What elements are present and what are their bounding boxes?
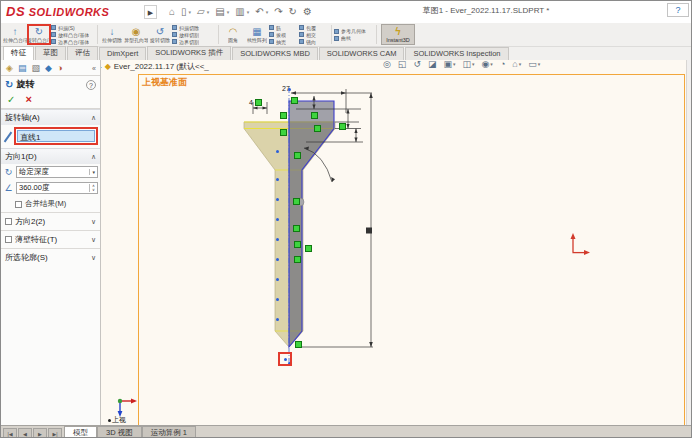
undo-dropdown-arrow[interactable]: ▾	[266, 9, 269, 15]
displaymanager-tab[interactable]: ◑	[57, 63, 62, 73]
mirror-icon	[299, 39, 304, 44]
new-document-icon[interactable]: ▯	[181, 4, 187, 20]
configurationmanager-tab[interactable]: ▧	[31, 63, 40, 73]
direction2-checkbox[interactable]	[5, 218, 12, 225]
home-icon[interactable]: ⌂	[169, 4, 175, 20]
undo-icon[interactable]: ↶	[255, 4, 263, 20]
redo-icon[interactable]: ↷	[274, 4, 282, 20]
intersect-button[interactable]: 相交	[299, 31, 329, 38]
cut-group: ↓拉伸切除 ◉异型孔向导 ↺旋转切除 扫描切除 放样切割 边界切割	[100, 24, 216, 45]
cancel-button[interactable]: ×	[25, 94, 31, 105]
lofted-cut-button[interactable]: 放样切割	[172, 31, 216, 38]
dimxpertmanager-tab[interactable]: ◆	[45, 63, 52, 73]
prev-tab-button[interactable]: ◀	[18, 428, 32, 438]
mirror-button[interactable]: 镜向	[299, 38, 329, 45]
thin-feature-checkbox[interactable]	[5, 236, 12, 243]
spinner-arrows-icon[interactable]: ∧∨	[89, 184, 95, 192]
curves-button[interactable]: 曲线	[334, 35, 374, 42]
propertymanager-tab[interactable]: ▤	[18, 63, 27, 73]
axis-selection-field[interactable]: 直线1	[17, 130, 95, 142]
merge-result-row[interactable]: 合并结果(M)	[1, 196, 100, 212]
boundary-cut-icon	[172, 39, 177, 44]
extruded-cut-button[interactable]: ↓拉伸切除	[100, 24, 124, 45]
tab-evaluate[interactable]: 评估	[67, 46, 98, 60]
axis-endpoint-highlight	[278, 352, 292, 366]
command-manager-ribbon: ↑拉伸凸台/基体 ↻旋转凸台/基体 扫描(S) 放样凸台/基体 边界凸台/基体 …	[1, 23, 692, 47]
lofted-boss-button[interactable]: 放样凸台/基体	[51, 31, 95, 38]
tab-features[interactable]: 特征	[3, 46, 34, 60]
instant3d-button[interactable]: ϟInstant3D	[381, 24, 415, 45]
open-icon[interactable]: ▱	[197, 4, 205, 20]
open-dropdown-arrow[interactable]: ▾	[207, 9, 210, 15]
features-group: ◠圆角 ▦线性阵列 筋 拔模 抽壳 包覆 相交 镜向	[221, 24, 329, 45]
revolve-preview-model[interactable]: 27 4	[101, 60, 692, 425]
motion-study-tab[interactable]: 运动算例 1	[142, 426, 196, 438]
pm-help-icon[interactable]: ?	[86, 80, 96, 90]
axis-section-header[interactable]: 旋转轴(A) ∧	[1, 109, 100, 125]
boundary-cut-button[interactable]: 边界切割	[172, 38, 216, 45]
fillet-button[interactable]: ◠圆角	[221, 24, 245, 45]
last-tab-button[interactable]: ▶|	[48, 428, 62, 438]
boundary-boss-button[interactable]: 边界凸台/基体	[51, 38, 95, 45]
direction1-section-header[interactable]: 方向1(D) ∧	[1, 148, 100, 164]
draft-icon	[269, 32, 274, 37]
rib-button[interactable]: 筋	[269, 24, 299, 31]
reference-geometry-button[interactable]: 参考几何体	[334, 28, 374, 35]
first-tab-button[interactable]: |◀	[3, 428, 17, 438]
end-condition-row: ↻ 给定深度 ▾	[1, 164, 100, 180]
swept-boss-icon	[51, 25, 56, 30]
hole-wizard-button[interactable]: ◉异型孔向导	[124, 24, 148, 45]
ok-cancel-row: ✓ ×	[1, 93, 100, 109]
collapse-panel-arrow[interactable]: «	[92, 65, 96, 72]
revolved-boss-button[interactable]: ↻旋转凸台/基体	[27, 24, 51, 45]
ok-button[interactable]: ✓	[7, 94, 15, 105]
manager-tab-strip: ◈ ▤ ▧ ◆ ◑ «	[1, 60, 100, 76]
triad-dot	[108, 419, 111, 422]
selected-contours-section-header[interactable]: 所选轮廓(S) ∨	[1, 248, 100, 266]
model-tab[interactable]: 模型	[64, 426, 97, 438]
linear-pattern-button[interactable]: ▦线性阵列	[245, 24, 269, 45]
reverse-direction-icon[interactable]: ↻	[3, 167, 14, 177]
featuremanager-tab[interactable]: ◈	[6, 63, 13, 73]
options-icon[interactable]: ⚙	[303, 4, 312, 20]
new-dropdown-arrow[interactable]: ▾	[189, 9, 192, 15]
reference-geometry-icon	[334, 29, 339, 34]
direction2-section-header[interactable]: 方向2(2) ∨	[1, 212, 100, 230]
swept-boss-button[interactable]: 扫描(S)	[51, 24, 95, 31]
tab-sw-mbd[interactable]: SOLIDWORKS MBD	[232, 47, 318, 60]
reference-group: 参考几何体 曲线	[334, 24, 374, 45]
print-icon[interactable]: ▥	[235, 4, 244, 20]
tab-dimxpert[interactable]: DimXpert	[99, 47, 146, 60]
menu-expand-button[interactable]: ▶	[144, 5, 157, 19]
swept-cut-button[interactable]: 扫描切除	[172, 24, 216, 31]
collapse-chevron-icon: ∧	[91, 153, 96, 161]
wrap-button[interactable]: 包覆	[299, 24, 329, 31]
print-dropdown-arrow[interactable]: ▾	[247, 9, 250, 15]
axis-line-icon	[3, 131, 12, 142]
revolved-cut-button[interactable]: ↺旋转切除	[148, 24, 172, 45]
curves-icon	[334, 36, 339, 41]
merge-result-checkbox[interactable]	[15, 201, 22, 208]
save-dropdown-arrow[interactable]: ▾	[227, 9, 230, 15]
angle-spinner[interactable]: 360.00度 ∧∨	[16, 182, 98, 194]
shell-button[interactable]: 抽壳	[269, 38, 299, 45]
quick-access-toolbar: ⌂ ▯▾ ▱▾ ▤▾ ▥▾ ↶▾ ↷ ↻ ⚙	[169, 4, 312, 20]
draft-button[interactable]: 拔模	[269, 31, 299, 38]
extruded-boss-button[interactable]: ↑拉伸凸台/基体	[3, 24, 27, 45]
help-button[interactable]: ?	[667, 3, 689, 17]
3d-views-tab[interactable]: 3D 视图	[97, 426, 142, 438]
thin-feature-section-header[interactable]: 薄壁特征(T) ∨	[1, 230, 100, 248]
angle-row: ∠ 360.00度 ∧∨	[1, 180, 100, 196]
tab-sketch[interactable]: 草图	[35, 46, 66, 60]
save-icon[interactable]: ▤	[215, 4, 224, 20]
tab-sw-addins[interactable]: SOLIDWORKS 插件	[147, 46, 231, 60]
drag-handle-ball	[296, 198, 304, 206]
end-condition-dropdown[interactable]: 给定深度 ▾	[16, 166, 98, 178]
logo-text: SOLIDWORKS	[29, 6, 110, 18]
collapse-chevron-icon: ∧	[91, 114, 96, 122]
intersect-icon	[299, 32, 304, 37]
rebuild-icon[interactable]: ↻	[289, 4, 297, 20]
next-tab-button[interactable]: ▶	[33, 428, 47, 438]
dim-left-value: 4	[249, 99, 253, 106]
bottom-tab-bar: |◀ ◀ ▶ ▶| 模型 3D 视图 运动算例 1	[1, 425, 692, 438]
